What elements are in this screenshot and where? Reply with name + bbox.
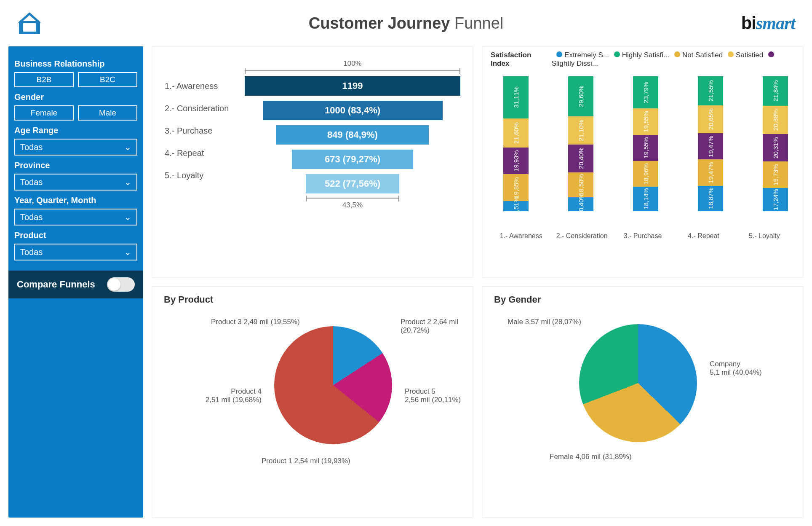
- x-category: 3.- Purchase: [612, 232, 673, 240]
- pie-label: Product 1 2,54 mil (19,93%): [262, 457, 350, 465]
- satisfaction-card: Satisfaction Index Extremely S... Highly…: [482, 46, 804, 278]
- sankey-segment: 10,40%: [568, 197, 593, 211]
- funnel-bar: 1000 (83,4%): [263, 101, 443, 120]
- satisfaction-x-axis: 1.- Awareness2.- Consideration3.- Purcha…: [482, 232, 803, 244]
- sankey-segment: 19,47%: [698, 133, 723, 159]
- sankey-segment: 19,73%: [763, 161, 788, 188]
- sankey-segment: 21,55%: [698, 76, 723, 105]
- sankey-segment: 7,51%: [503, 201, 529, 211]
- stage-label: 5.- Loyalty: [165, 171, 245, 180]
- funnel-bar: 673 (79,27%): [292, 150, 413, 169]
- pie-label: Female 4,06 mil (31,89%): [550, 453, 632, 461]
- stage-label: 3.- Purchase: [165, 126, 245, 136]
- legend-item: Not Satisfied: [674, 51, 723, 59]
- sankey-column: 29,60%21,10%20,40%18,50%10,40%: [568, 76, 593, 228]
- chip-b2c[interactable]: B2C: [78, 72, 137, 87]
- legend-item: Highly Satisfi...: [614, 51, 669, 59]
- pie-label: Male 3,57 mil (28,07%): [508, 318, 581, 326]
- sankey-segment: 21,10%: [568, 116, 593, 145]
- by-product-pie: [274, 326, 392, 444]
- by-product-title: By Product: [152, 287, 473, 305]
- select-province[interactable]: Todas⌄: [14, 174, 137, 191]
- stage-label: 2.- Consideration: [165, 104, 245, 113]
- funnel-card: 1.- Awareness 2.- Consideration 3.- Purc…: [152, 46, 473, 278]
- sankey-segment: 20,88%: [763, 106, 788, 134]
- stage-label: 1.- Awareness: [165, 81, 245, 91]
- filter-label-province: Province: [14, 161, 137, 170]
- filter-sidebar: Business Relationship B2B B2C Gender Fem…: [8, 46, 143, 518]
- chevron-down-icon: ⌄: [124, 142, 131, 152]
- chip-female[interactable]: Female: [14, 105, 74, 121]
- by-gender-pie: [579, 324, 697, 442]
- sankey-segment: 19,55%: [633, 108, 658, 135]
- sankey-column: 21,84%20,88%20,31%19,73%17,24%: [763, 76, 788, 228]
- sankey-segment: 17,24%: [763, 188, 788, 211]
- funnel-bar: 849 (84,9%): [276, 125, 429, 145]
- sankey-segment: 20,31%: [763, 134, 788, 161]
- chip-male[interactable]: Male: [78, 105, 137, 121]
- sankey-segment: 19,93%: [503, 148, 529, 174]
- sankey-segment: 20,40%: [568, 145, 593, 172]
- marker-line-top: [245, 70, 460, 71]
- pie-label: Product 52,56 mil (20,11%): [405, 387, 461, 404]
- sankey-segment: 29,60%: [568, 76, 593, 116]
- sankey-segment: 18,87%: [698, 186, 723, 211]
- sankey-segment: 31,11%: [503, 76, 529, 118]
- funnel-bar: 1199: [245, 76, 460, 96]
- filter-label-business: Business Relationship: [14, 59, 137, 69]
- satisfaction-title: Satisfaction Index: [491, 51, 545, 68]
- sankey-column: 21,55%20,65%19,47%19,47%18,87%: [698, 76, 723, 228]
- chevron-down-icon: ⌄: [124, 212, 131, 222]
- pie-label: Product 2 2,64 mil (20,72%): [401, 318, 473, 335]
- select-period[interactable]: Todas⌄: [14, 209, 137, 225]
- legend-item: Extremely S...: [556, 51, 609, 59]
- chip-b2b[interactable]: B2B: [14, 72, 74, 87]
- satisfaction-chart: 31,11%21,60%19,93%19,85%7,51%29,60%21,10…: [482, 72, 803, 232]
- title-bold: Customer Journey: [309, 14, 450, 32]
- select-product[interactable]: Todas⌄: [14, 244, 137, 260]
- funnel-top-marker: 100%: [245, 59, 460, 68]
- main-area: 1.- Awareness 2.- Consideration 3.- Purc…: [152, 46, 804, 518]
- svg-rect-0: [22, 22, 37, 33]
- x-category: 5.- Loyalty: [734, 232, 795, 240]
- pie-label: Product 3 2,49 mil (19,55%): [211, 318, 300, 326]
- filter-label-period: Year, Quarter, Month: [14, 196, 137, 205]
- sankey-column: 31,11%21,60%19,93%19,85%7,51%: [503, 76, 529, 228]
- marker-line-bottom: [306, 198, 400, 199]
- compare-funnels-row: Compare Funnels: [8, 271, 143, 298]
- pie-label: Company5,1 mil (40,04%): [710, 360, 762, 377]
- chevron-down-icon: ⌄: [124, 247, 131, 257]
- satisfaction-legend: Satisfaction Index Extremely S... Highly…: [482, 47, 803, 72]
- filter-label-product: Product: [14, 231, 137, 240]
- top-bar: Customer Journey Funnel bismart: [0, 0, 812, 46]
- sankey-segment: 19,47%: [698, 159, 723, 185]
- sankey-segment: 19,55%: [633, 135, 658, 161]
- sankey-segment: 18,96%: [633, 161, 658, 187]
- sankey-segment: 21,60%: [503, 118, 529, 148]
- sankey-segment: 23,79%: [633, 76, 658, 108]
- sankey-segment: 18,14%: [633, 187, 658, 211]
- sankey-column: 23,79%19,55%19,55%18,96%18,14%: [633, 76, 658, 228]
- compare-toggle[interactable]: [107, 277, 135, 292]
- sankey-segment: 21,84%: [763, 76, 788, 106]
- sankey-segment: 20,65%: [698, 105, 723, 133]
- x-category: 2.- Consideration: [551, 232, 612, 240]
- filter-label-gender: Gender: [14, 92, 137, 102]
- by-gender-title: By Gender: [482, 287, 803, 305]
- filter-label-age: Age Range: [14, 126, 137, 135]
- legend-item: Satistied: [728, 51, 763, 59]
- logo: bismart: [741, 13, 795, 33]
- home-icon[interactable]: [17, 11, 42, 36]
- funnel-bar: 522 (77,56%): [306, 174, 400, 193]
- select-age-range[interactable]: Todas⌄: [14, 139, 137, 156]
- x-category: 4.- Repeat: [673, 232, 734, 240]
- x-category: 1.- Awareness: [491, 232, 551, 240]
- page-title: Customer Journey Funnel: [309, 14, 504, 32]
- stage-label: 4.- Repeat: [165, 148, 245, 158]
- compare-label: Compare Funnels: [17, 279, 95, 290]
- by-product-card: By Product Product 3 2,49 mil (19,55%) P…: [152, 286, 473, 518]
- pie-label: Product 42,51 mil (19,68%): [194, 387, 262, 404]
- funnel-bars: 11991000 (83,4%)849 (84,9%)673 (79,27%)5…: [245, 76, 460, 193]
- funnel-bottom-marker: 43,5%: [245, 201, 460, 209]
- funnel-stage-labels: 1.- Awareness 2.- Consideration 3.- Purc…: [165, 59, 245, 209]
